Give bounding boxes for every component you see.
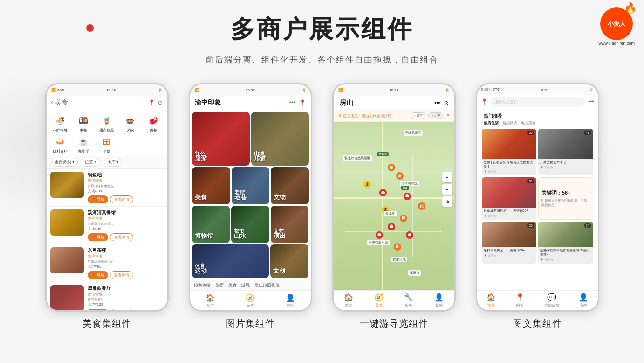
grid-item-street[interactable]: 老街 老巷 [232,167,269,204]
food-btns-4: 📍 导航 查看详情 [88,309,164,312]
detail-btn-4[interactable]: 查看详情 [110,309,133,312]
map-pin-7[interactable]: 🏔 [388,223,395,230]
phone3-nav-guide[interactable]: 🧭 导览 [374,293,384,308]
food-img-4 [50,285,84,311]
nav-btn-3[interactable]: 📍 导航 [88,271,108,279]
map-pin-1[interactable]: 床 [388,164,395,171]
map-pin-12[interactable]: 床 [418,202,425,210]
map-pin-8[interactable]: 🏔 [376,231,383,239]
male-voice-btn[interactable]: ♂男声 [411,112,425,119]
more-icon-3[interactable]: ••• [434,100,440,106]
grid-item-museum[interactable]: 博物馆 [192,206,230,243]
food-btns-3: 📍 导航 查看详情 [88,271,164,279]
phone4-search-box[interactable]: 搜索入关键字 [491,97,585,107]
hot-tab-food[interactable]: 地方美食 [521,120,536,126]
grid-item-creative[interactable]: 文创 [270,244,309,278]
phone3-signal: 📶 [338,88,343,92]
map-pin-11[interactable]: 床 [363,181,371,188]
nav-btn-4[interactable]: 📍 导航 [88,309,108,312]
grid-item-food[interactable]: 美食 [192,167,231,204]
cat-item-zhongcan[interactable]: 🍱 中餐 [73,114,94,133]
travel-tab-zhusu[interactable]: 住宿 [215,282,224,288]
more-icon[interactable]: ••• [289,99,295,106]
travel-tab-youwan[interactable]: 游玩 [241,282,250,288]
search-placeholder-4: 搜索入关键字 [494,99,517,105]
grid-label-museum: 博物馆 [195,232,213,240]
cat-item-all[interactable]: ⊞ 全部 [96,135,117,154]
grid-item-sports[interactable]: 体育 运动 [192,244,269,278]
cat-item-huoguo[interactable]: 🍲 火锅 [119,114,141,133]
phone2-nav-me[interactable]: 👤 我的 [286,293,295,308]
home-label-4: 首页 [487,303,495,308]
cat-item-riliao[interactable]: 🍛 日料泰料 [49,135,71,154]
phone1-status-bar: 📶 WiFi 10:48 🔋 [47,84,167,96]
hot-tab-route[interactable]: 精品路线 [502,120,517,126]
map-pin-4[interactable]: 🏔 [404,193,411,200]
phone1-categories: 🍜 小吃快餐 🍱 中餐 🧋 甜点饮品 🍲 火锅 🥩 西餐 [47,110,167,156]
grid-item-arts[interactable]: 文艺 演出 [271,206,309,243]
p4-keywords-card: 关键词：56+ 听说最近星星人闪现良庆！？原因竟然是...... [538,177,593,220]
filter-category[interactable]: 全部分类 ▾ [51,158,78,167]
grid-item-cultural[interactable]: 文物 [271,167,308,204]
location-icon-2[interactable]: 📍 [299,99,306,106]
map-pin-10[interactable]: 床 [394,243,401,251]
phone1-filters: 全部分类 ▾ 位置 ▾ 排序 ▾ [47,156,167,169]
phone3-nav-me[interactable]: 👤 我的 [434,293,444,308]
phone2-nav-guide[interactable]: 🧭 导览 [246,293,255,308]
map-zoom-in[interactable]: + [442,172,452,182]
phone3-map[interactable]: G109 G2 灵泽风景区 双龙峡自然风景区 拒马河漂流 床 床 🏔 🏔 床 床… [334,122,454,290]
p4-card-2[interactable]: 41 广西文化艺术中心 📍南宁市 [538,129,593,175]
map-pin-9[interactable]: 🏔 [406,231,413,239]
map-pin-2[interactable]: 床 [396,172,404,180]
phone4-nav-me[interactable]: 👤 我的 [579,293,588,308]
cat-item-tiandian[interactable]: 🧋 甜点饮品 [96,114,117,133]
me-icon-2: 👤 [286,293,295,302]
phone3-nav-service[interactable]: 🔧 服务 [404,293,413,308]
map-pin-3[interactable]: 🏔 [379,189,387,196]
travel-tab-photo[interactable]: 最佳拍照机位 [254,282,280,288]
p4-card-3[interactable]: 51 炒食城惹城拥游——关键词56+ 📍南宁市 [482,177,537,220]
road-horizontal-1 [334,197,454,199]
map-layers-btn[interactable]: ⊕ [442,196,452,207]
p4-card-1[interactable]: 39 故旅 | 以潮会友 探瑞良庆之夜新玩法！ 📍南宁市 [482,129,537,175]
map-zoom-out[interactable]: − [442,184,452,195]
location-icon-3[interactable]: ⊙ [444,100,449,106]
home-icon-2: 🏠 [206,293,215,302]
phone3-time: 10:48 [389,88,398,92]
phone4-nav-home[interactable]: 🏠 首页 [486,293,496,308]
p4-card-5[interactable]: 26 乐打卡良庆区——关键词56+ 📍南宁市 [482,222,537,264]
phone2-time: 10:52 [246,88,255,92]
more-icon-4[interactable]: ••• [588,98,594,105]
phone2-nav-home[interactable]: 🏠 首页 [206,293,215,308]
female-voice-btn[interactable]: ♀女声 [428,112,443,119]
hot-tab-hotel[interactable]: 酒店住宿 [484,120,499,126]
cat-item-xican[interactable]: 🥩 西餐 [143,114,164,133]
nav-btn-1[interactable]: 📍 导航 [88,195,108,203]
nav-btn-2[interactable]: 📍 导航 [88,233,108,241]
travel-tab-meishi[interactable]: 美食 [228,282,237,288]
cat-item-kafei[interactable]: ☕ 咖啡厅 [73,135,94,154]
map-pin-6[interactable]: 床 [400,215,407,222]
road-vertical-1 [382,122,383,290]
p4-title-5: 乐打卡良庆区——关键词56+ [482,247,537,253]
phone1-back-btn[interactable]: ‹ 美食 [51,98,69,107]
location-icon[interactable]: 📍 [148,99,155,106]
detail-btn-3[interactable]: 查看详情 [110,271,133,279]
feedback-label-4: 告知反馈 [544,303,559,308]
detail-btn-2[interactable]: 查看详情 [110,233,133,241]
filter-sort[interactable]: 排序 ▾ [104,158,123,167]
phone3-nav-home[interactable]: 🏠 首页 [344,293,353,308]
grid-item-orange[interactable]: 山城 步道 [251,112,309,166]
grid-item-mountain[interactable]: 都市 山水 [231,206,269,243]
cat-item-xiaochi[interactable]: 🍜 小吃快餐 [49,114,71,133]
detail-btn-1[interactable]: 查看详情 [110,195,133,203]
grid-row1: 红色 旅游 山城 步道 [192,112,309,166]
compass-icon[interactable]: ⊙ [158,99,163,106]
phone4-nav-nearby[interactable]: 📍 附近 [515,293,525,308]
grid-item-red[interactable]: 红色 旅游 [192,112,250,166]
filter-location[interactable]: 位置 ▾ [82,158,100,167]
p4-card-6[interactable]: 24 这些网红打卡地你都去过吗？强烈推荐~ 📍南宁市 [538,222,593,264]
close-live-btn[interactable]: ✕ [446,112,450,119]
phone4-nav-feedback[interactable]: 💬 告知反馈 [544,293,559,308]
grid-label-arts2: 演出 [274,232,286,240]
